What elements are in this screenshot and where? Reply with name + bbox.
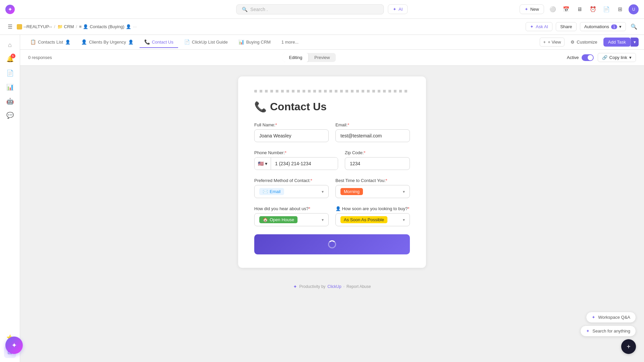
sidebar-item-chat[interactable]: 💬 [4, 109, 16, 121]
add-task-chevron[interactable]: ▾ [631, 38, 639, 47]
buy-soon-label: 👤 How soon are you looking to buy?* [335, 206, 410, 211]
hear-about-field: How did you hear about us?* 🏠 Open House… [254, 206, 329, 226]
qa-star-icon: ✦ [592, 315, 595, 320]
zip-input[interactable] [345, 157, 410, 170]
grid-icon[interactable]: ⊞ [615, 5, 625, 14]
tab-more-label: 1 more... [281, 40, 299, 45]
search-star-icon: ✦ [586, 328, 590, 334]
tab-phone-icon: 📞 [144, 39, 150, 45]
email-input[interactable] [335, 129, 410, 142]
tab-contact-us-label: Contact Us [152, 40, 173, 45]
person-field-icon: 👤 [335, 206, 341, 211]
preview-toggle-button[interactable]: Preview [308, 53, 336, 62]
list-icon: ≡ [79, 24, 82, 29]
copy-link-button[interactable]: 🔗 Copy link ▾ [598, 53, 636, 62]
form-row-3: Preferred Method of Contact:* ✉️ Email ▾ [254, 178, 410, 198]
powered-by-text: Productivity by [299, 284, 325, 289]
phone-field: Phone Number:* 🇺🇸 ▾ [254, 150, 338, 170]
bottom-right-helpers: ✦ Workspace Q&A ✦ Search for anything + [580, 312, 636, 354]
sidebar-toggle-icon[interactable]: ☰ [5, 22, 15, 32]
active-switch[interactable] [582, 54, 594, 61]
ai-star-icon: ✦ [393, 7, 396, 12]
hear-about-dropdown[interactable]: 🏠 Open House ▾ [254, 213, 329, 226]
tabs-actions: + + View ⚙ Customize Add Task ▾ [540, 38, 639, 47]
tab-more[interactable]: 1 more... [277, 37, 303, 48]
tab-person-icon: 👤 [65, 40, 70, 45]
clock-icon[interactable]: ⏰ [588, 5, 598, 14]
topbar-center: 🔍 Search . ✦ AI [236, 4, 408, 14]
sidebar-item-inbox[interactable]: 🔔 5 [4, 53, 16, 65]
tab-contacts-list[interactable]: 📋 Contacts List 👤 [25, 37, 75, 48]
sidebar-item-dashboard[interactable]: 📊 [4, 81, 16, 93]
search-placeholder: Search . [250, 7, 268, 12]
calendar-icon[interactable]: 📅 [561, 5, 571, 14]
avatar[interactable]: U [629, 4, 639, 14]
best-time-dropdown[interactable]: Morning ▾ [335, 185, 410, 198]
toggle-knob [588, 55, 593, 60]
sidebar-item-ai[interactable]: 🤖 [4, 95, 16, 107]
ask-ai-button[interactable]: ✦ Ask AI [526, 22, 552, 31]
breadcrumb-list[interactable]: ≡ 👤 Contacts (Buying) 👤 [79, 24, 131, 29]
best-time-value: Morning [340, 188, 363, 195]
main-content: 📋 Contacts List 👤 👤 Clients By Urgency 👤… [20, 35, 644, 362]
email-icon: ✉️ [263, 189, 268, 194]
tab-clickup-guide-label: ClickUp List Guide [192, 40, 228, 45]
tab-person2-icon: 👤 [128, 40, 133, 45]
breadcrumb-crm[interactable]: 📁 CRM [57, 24, 74, 29]
breadcrumb-workspace[interactable]: --REALTYUP-- [17, 24, 52, 29]
notifications-icon[interactable]: ⚪ [548, 5, 557, 14]
phone-input[interactable] [271, 158, 338, 170]
chevron-down-icon: ▾ [619, 24, 622, 29]
tab-clients-by-urgency[interactable]: 👤 Clients By Urgency 👤 [76, 37, 138, 48]
contact-form: 📞 Contact Us Full Name:* Email:* [238, 76, 426, 268]
sidebar-item-docs[interactable]: 📄 [4, 67, 16, 79]
tab-buying-crm-label: Buying CRM [246, 40, 271, 45]
add-view-button[interactable]: + + View [540, 38, 565, 47]
contact-method-dropdown[interactable]: ✉️ Email ▾ [254, 185, 329, 198]
tab-contact-us[interactable]: 📞 Contact Us [140, 37, 178, 48]
logo-icon[interactable]: ✦ [5, 5, 15, 14]
full-name-label: Full Name:* [254, 122, 329, 127]
breadcrumb-sep-1: / [54, 24, 55, 29]
phone-country-selector[interactable]: 🇺🇸 ▾ [255, 158, 271, 170]
buy-soon-value: As Soon As Possible [340, 216, 387, 223]
fab-button[interactable]: ✦ [5, 337, 23, 354]
zip-field: Zip Code:* [345, 150, 410, 170]
new-button[interactable]: ✦ New [520, 4, 544, 14]
file-icon[interactable]: 📄 [602, 5, 611, 14]
contact-chevron-icon: ▾ [322, 189, 324, 194]
screen-icon[interactable]: 🖥 [575, 5, 584, 14]
ai-button[interactable]: ✦ AI [388, 4, 408, 14]
form-phone-icon: 📞 [254, 101, 267, 113]
full-name-field: Full Name:* [254, 122, 329, 142]
full-name-input[interactable] [254, 129, 329, 142]
tab-clients-label: Clients By Urgency [89, 40, 126, 45]
workspace-qa-button[interactable]: ✦ Workspace Q&A [586, 312, 636, 323]
editing-toggle-button[interactable]: Editing [283, 53, 308, 62]
search-breadcrumb-icon[interactable]: 🔍 [629, 22, 639, 32]
sidebar-item-home[interactable]: ⌂ [4, 39, 16, 51]
search-anything-button[interactable]: ✦ Search for anything [580, 325, 636, 337]
clickup-link[interactable]: ClickUp [327, 284, 341, 289]
customize-button[interactable]: ⚙ Customize [567, 38, 600, 46]
fab-container: ✦ [5, 337, 23, 354]
tab-clickup-guide[interactable]: 📄 ClickUp List Guide [179, 37, 232, 48]
buy-soon-dropdown[interactable]: As Soon As Possible ▾ [335, 213, 410, 226]
submit-button[interactable] [254, 234, 410, 254]
breadcrumb-bar: ☰ --REALTYUP-- / 📁 CRM / ≡ 👤 Contacts (B… [0, 19, 644, 35]
best-time-field: Best Time to Contact You:* Morning ▾ [335, 178, 410, 198]
plus-icon: + [543, 40, 546, 45]
form-footer: ✦ Productivity by ClickUp · Report Abuse [288, 279, 376, 295]
form-row-2: Phone Number:* 🇺🇸 ▾ Zip Code:* [254, 150, 410, 170]
inbox-badge: 5 [11, 54, 15, 58]
editing-preview-toggle: Editing Preview [283, 53, 336, 62]
add-task-button[interactable]: Add Task [603, 38, 631, 47]
search-bar[interactable]: 🔍 Search . [236, 4, 384, 14]
report-abuse-link[interactable]: Report Abuse [346, 284, 371, 289]
share-button[interactable]: Share [556, 22, 577, 31]
tab-buying-crm[interactable]: 📊 Buying CRM [234, 37, 275, 48]
active-label: Active [567, 55, 579, 60]
breadcrumb-sep-3: ··· [133, 24, 137, 29]
plus-action-button[interactable]: + [621, 339, 636, 354]
automations-button[interactable]: Automations 1 ▾ [580, 22, 626, 31]
